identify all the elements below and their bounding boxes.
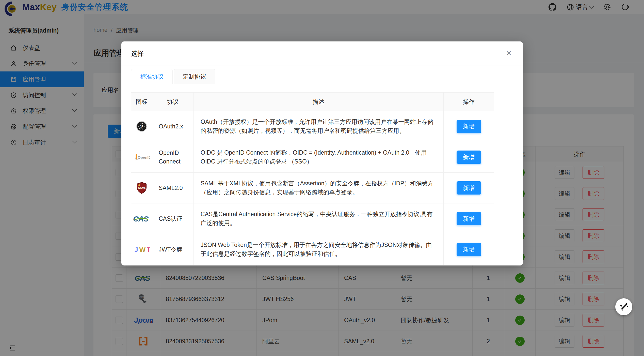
protocol-tabs: 标准协议 定制协议	[131, 69, 513, 84]
tab-standard-protocol[interactable]: 标准协议	[131, 69, 173, 84]
protocol-icon-cell: SAML	[131, 173, 152, 203]
protocol-description: JSON Web Token是一个开放标准，用于在各方之间安全地将信息作为JSO…	[194, 234, 444, 265]
saml-icon: SAML	[136, 182, 147, 194]
protocol-name: OAuth2.x	[152, 111, 194, 142]
protocol-description: SAML 基于XML协议，使用包含断言（Assertion）的安全令牌，在授权方…	[194, 173, 444, 203]
protocol-row: CAS CAS认证 CAS是Central Authentication Ser…	[131, 203, 494, 234]
svg-text:JWT: JWT	[134, 246, 150, 254]
protocol-row: 2 OAuth2.x OAuth（开放授权）是一个开放标准，允许用户让第三方应用…	[131, 111, 494, 142]
protocol-description: OAuth（开放授权）是一个开放标准，允许用户让第三方应用访问该用户在某一网站上…	[194, 111, 444, 142]
protocol-icon-cell: OpenID	[131, 142, 152, 173]
add-protocol-button[interactable]: 新增	[457, 212, 481, 225]
oauth2-icon: 2	[136, 121, 148, 132]
protocol-icon-cell: JWT	[131, 234, 152, 265]
svg-text:2: 2	[140, 123, 143, 130]
icon-col-header: 图标	[131, 93, 152, 111]
magic-wand-icon	[619, 302, 629, 312]
protocol-col-header: 协议	[152, 93, 194, 111]
tab-custom-protocol[interactable]: 定制协议	[174, 69, 215, 84]
protocol-table-header: 图标 协议 描述 操作	[131, 93, 494, 111]
add-protocol-button[interactable]: 新增	[457, 120, 481, 133]
jwt-icon: JWT	[133, 244, 150, 255]
protocol-table: 图标 协议 描述 操作 2 OAuth2.x OAuth（开放授权）是一个开放标…	[131, 92, 494, 265]
protocol-row: OpenID OpenID Connect OIDC 是 OpenID Conn…	[131, 142, 494, 173]
protocol-icon-cell: CAS	[131, 203, 152, 234]
modal-body: 标准协议 定制协议 图标 协议 描述 操作	[121, 66, 523, 265]
action-col-header: 操作	[444, 93, 494, 111]
modal-header: 选择 ✕	[121, 41, 523, 66]
protocol-name: JWT令牌	[152, 234, 194, 265]
protocol-icon-cell: 2	[131, 111, 152, 142]
svg-text:SAML: SAML	[138, 186, 146, 189]
openid-icon: OpenID	[134, 152, 150, 162]
protocol-description: CAS是Central Authentication Service的缩写，中央…	[194, 203, 444, 234]
protocol-description: OIDC 是 OpenID Connect 的简称，OIDC = (Identi…	[194, 142, 444, 173]
protocol-row: JWT JWT令牌 JSON Web Token是一个开放标准，用于在各方之间安…	[131, 234, 494, 265]
protocol-name: SAML2.0	[152, 173, 194, 203]
magic-wand-button[interactable]	[615, 298, 632, 315]
add-protocol-button[interactable]: 新增	[457, 243, 481, 256]
close-icon[interactable]: ✕	[504, 50, 513, 57]
svg-text:OpenID: OpenID	[138, 155, 150, 159]
protocol-name: OpenID Connect	[152, 142, 194, 173]
add-protocol-button[interactable]: 新增	[457, 151, 481, 164]
modal-title: 选择	[131, 49, 144, 58]
protocol-select-modal: 选择 ✕ 标准协议 定制协议 图标 协议 描述 操作	[121, 41, 523, 265]
screen: MaxKey 身份安全管理系统 语言 系统管理员(admin)	[0, 0, 644, 356]
cas-icon: CAS	[133, 214, 151, 224]
add-protocol-button[interactable]: 新增	[457, 181, 481, 195]
protocol-name: CAS认证	[152, 203, 194, 234]
description-col-header: 描述	[194, 93, 444, 111]
protocol-row: SAML SAML2.0 SAML 基于XML协议，使用包含断言（Asserti…	[131, 173, 494, 203]
